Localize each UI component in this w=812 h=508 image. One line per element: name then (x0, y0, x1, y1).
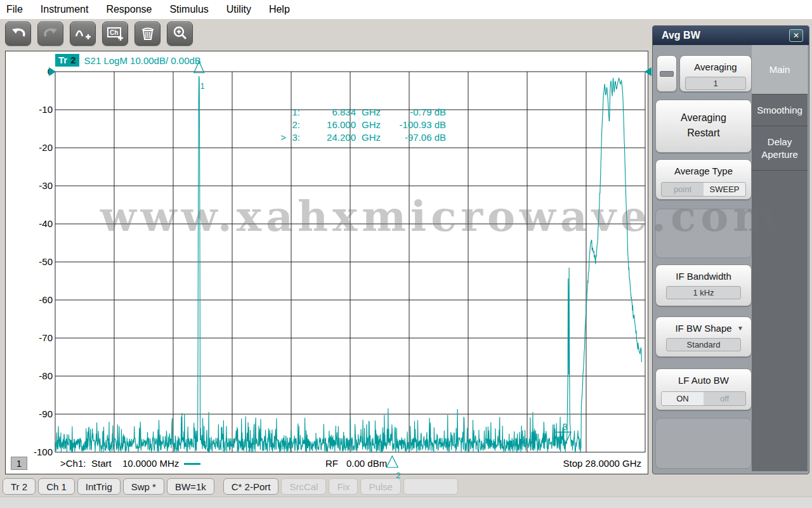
averaging-value[interactable]: 1 (685, 77, 746, 90)
menu-instrument[interactable]: Instrument (41, 4, 89, 15)
menu-stimulus[interactable]: Stimulus (169, 4, 208, 15)
redo-icon (43, 26, 59, 41)
y-axis-label: -20 (25, 141, 53, 154)
status-tab-sweep[interactable]: Swp * (123, 478, 164, 495)
menu-file[interactable]: File (6, 4, 23, 15)
add-trace-button[interactable] (70, 22, 96, 46)
y-axis-label: -30 (25, 179, 53, 192)
redo-button[interactable] (37, 22, 63, 46)
rf-power-value[interactable]: 0.00 dBm (346, 458, 387, 469)
status-tab-calibration[interactable]: C* 2-Port (223, 478, 279, 495)
if-bw-shape-value[interactable]: Standard (666, 338, 741, 351)
y-axis-label: -50 (25, 256, 53, 268)
marker-readout: 1:6.834GHz-0.79 dB 2:16.000GHz-100.93 dB… (275, 106, 446, 144)
status-tab-fix[interactable]: Fix (329, 478, 358, 495)
menu-help[interactable]: Help (269, 4, 290, 15)
trace-badge[interactable]: Tr2 (55, 54, 79, 67)
menu-utility[interactable]: Utility (226, 4, 251, 15)
averaging-toggle-button[interactable] (657, 55, 677, 92)
zoom-button[interactable] (167, 22, 193, 46)
marker-readout-row-1: 1:6.834GHz-0.79 dB (275, 106, 446, 119)
y-axis-label: -10 (25, 103, 53, 116)
average-type-sweep[interactable]: SWEEP (704, 183, 745, 196)
bottom-strip (0, 497, 812, 508)
svg-text:1: 1 (200, 82, 205, 91)
status-tab-trace[interactable]: Tr 2 (3, 478, 36, 495)
rf-label: RF (325, 458, 338, 469)
start-value[interactable]: 10.0000 MHz (122, 458, 179, 469)
y-axis-label: -40 (25, 218, 53, 230)
status-tab-srccal[interactable]: SrcCal (281, 478, 326, 495)
lf-auto-bw-segment: ON off (661, 391, 746, 406)
average-type-button[interactable]: Average Type point SWEEP (655, 159, 752, 200)
svg-text:3: 3 (563, 422, 568, 432)
marker-readout-row-2: 2:16.000GHz-100.93 dB (275, 119, 446, 131)
trace-color-indicator (184, 463, 200, 465)
toggle-slot-icon (660, 71, 674, 77)
channel-label: >Ch1: (60, 458, 86, 469)
magnifier-icon (172, 25, 188, 42)
panel-title: Avg BW (653, 26, 809, 45)
status-tab-channel[interactable]: Ch 1 (38, 478, 75, 495)
svg-text:Ch: Ch (110, 29, 118, 36)
avg-bw-panel: Avg BW ✕ Main Smoothing Delay Aperture A… (652, 25, 809, 474)
delete-button[interactable] (134, 22, 160, 46)
y-axis-label: 0 (25, 65, 53, 78)
average-type-segment: point SWEEP (661, 182, 746, 197)
tab-smoothing[interactable]: Smoothing (752, 94, 808, 126)
stop-frequency[interactable]: Stop 28.0000 GHz (563, 458, 641, 469)
add-channel-button[interactable]: Ch (102, 22, 128, 46)
averaging-restart-button[interactable]: Averaging Restart (655, 100, 752, 153)
undo-icon (10, 26, 27, 41)
y-axis-label: -90 (25, 408, 53, 420)
empty-button-1 (655, 209, 752, 258)
lf-auto-bw-button[interactable]: LF Auto BW ON off (655, 368, 752, 410)
trace-format-label: S21 LogM 10.00dB/ 0.00dB (84, 55, 201, 66)
menu-response[interactable]: Response (106, 4, 152, 15)
if-bandwidth-value[interactable]: 1 kHz (666, 286, 741, 299)
panel-tabs: Main Smoothing Delay Aperture (752, 45, 808, 471)
averaging-button[interactable]: Averaging 1 (679, 55, 752, 92)
status-tab-trigger[interactable]: IntTrig (77, 478, 121, 495)
lf-auto-bw-off[interactable]: off (704, 392, 745, 405)
average-type-point[interactable]: point (662, 183, 704, 196)
if-bw-shape-button[interactable]: IF BW Shape ▼ Standard (655, 316, 752, 357)
close-icon[interactable]: ✕ (789, 29, 803, 42)
channel-status-bar: 1 >Ch1: Start 10.0000 MHz RF 0.00 dBm St… (6, 455, 648, 474)
empty-button-2 (655, 418, 752, 469)
add-channel-icon: Ch (107, 25, 124, 42)
marker-readout-row-3: >3:24.200GHz-97.06 dB (275, 131, 446, 144)
tab-main[interactable]: Main (752, 45, 808, 94)
trash-icon (140, 26, 155, 41)
add-trace-icon (74, 25, 92, 42)
status-tab-pulse[interactable]: Pulse (360, 478, 401, 495)
undo-button[interactable] (5, 22, 31, 46)
status-tab-empty (403, 478, 458, 495)
y-axis-label: -60 (25, 294, 53, 306)
if-bandwidth-button[interactable]: IF Bandwidth 1 kHz (655, 264, 752, 306)
tab-delay-aperture[interactable]: Delay Aperture (752, 126, 808, 171)
y-axis-label: -70 (25, 332, 53, 344)
channel-number-badge[interactable]: 1 (11, 457, 27, 470)
instrument-status-bar: Tr 2 Ch 1 IntTrig Swp * BW=1k C* 2-Port … (0, 477, 812, 496)
start-label[interactable]: Start (91, 458, 112, 469)
menu-bar: File Instrument Response Stimulus Utilit… (0, 0, 812, 19)
trace-header: Tr2 S21 LogM 10.00dB/ 0.00dB (55, 54, 201, 67)
status-tab-bandwidth[interactable]: BW=1k (167, 478, 214, 495)
chevron-down-icon[interactable]: ▼ (737, 325, 743, 332)
lf-auto-bw-on[interactable]: ON (662, 392, 704, 405)
y-axis-label: -80 (25, 370, 53, 382)
plot-area: Tr2 S21 LogM 10.00dB/ 0.00dB 0 -10 -20 -… (5, 51, 648, 474)
